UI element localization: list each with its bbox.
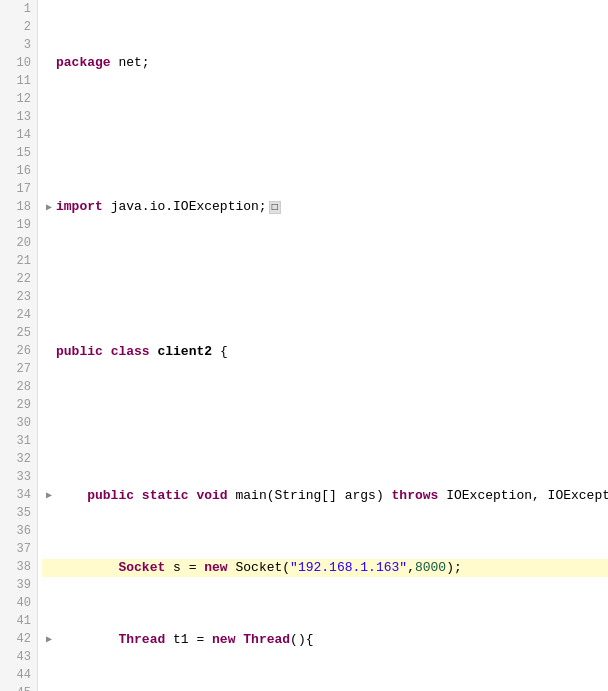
fold-10[interactable] — [42, 273, 56, 287]
ln-26: 26 — [6, 342, 31, 360]
ln-15: 15 — [6, 144, 31, 162]
ln-21: 21 — [6, 252, 31, 270]
ln-29: 29 — [6, 396, 31, 414]
fold-13[interactable]: ▶ — [42, 489, 56, 503]
ln-34: 34 — [6, 486, 31, 504]
ln-3: 3 — [6, 36, 31, 54]
line-numbers-gutter: 1 2 3 10 11 12 13 14 15 16 17 18 19 20 2… — [0, 0, 38, 691]
fold-14[interactable] — [42, 561, 56, 575]
fold-15[interactable]: ▶ — [42, 633, 56, 647]
fold-11[interactable] — [42, 345, 56, 359]
code-line-13: ▶ public static void main(String[] args)… — [42, 487, 608, 505]
ln-17: 17 — [6, 180, 31, 198]
ln-31: 31 — [6, 432, 31, 450]
code-text-12 — [56, 415, 608, 433]
ln-42: 42 — [6, 630, 31, 648]
ln-32: 32 — [6, 450, 31, 468]
fold-2[interactable] — [42, 128, 56, 142]
ln-12: 12 — [6, 90, 31, 108]
ln-33: 33 — [6, 468, 31, 486]
ln-22: 22 — [6, 270, 31, 288]
code-editor: 1 2 3 10 11 12 13 14 15 16 17 18 19 20 2… — [0, 0, 608, 691]
code-line-14: Socket s = new Socket("192.168.1.163",80… — [42, 559, 608, 577]
ln-40: 40 — [6, 594, 31, 612]
ln-19: 19 — [6, 216, 31, 234]
ln-18: 18 — [6, 198, 31, 216]
code-text-14: Socket s = new Socket("192.168.1.163",80… — [56, 559, 608, 577]
ln-38: 38 — [6, 558, 31, 576]
ln-27: 27 — [6, 360, 31, 378]
fold-1[interactable] — [42, 56, 56, 70]
fold-12[interactable] — [42, 417, 56, 431]
ln-35: 35 — [6, 504, 31, 522]
code-line-2 — [42, 126, 608, 144]
ln-28: 28 — [6, 378, 31, 396]
code-line-1: package net; — [42, 54, 608, 72]
ln-20: 20 — [6, 234, 31, 252]
code-text-13: public static void main(String[] args) t… — [56, 487, 608, 505]
ln-30: 30 — [6, 414, 31, 432]
ln-16: 16 — [6, 162, 31, 180]
ln-23: 23 — [6, 288, 31, 306]
ln-13: 13 — [6, 108, 31, 126]
code-line-11: public class client2 { — [42, 343, 608, 361]
ln-36: 36 — [6, 522, 31, 540]
ln-43: 43 — [6, 648, 31, 666]
ln-39: 39 — [6, 576, 31, 594]
ln-25: 25 — [6, 324, 31, 342]
ln-45: 45 — [6, 684, 31, 691]
code-text-1: package net; — [56, 54, 608, 72]
code-line-12 — [42, 415, 608, 433]
code-line-10 — [42, 271, 608, 289]
code-line-15: ▶ Thread t1 = new Thread(){ — [42, 631, 608, 649]
code-text-2 — [56, 126, 608, 144]
code-text-11: public class client2 { — [56, 343, 608, 361]
ln-10: 10 — [6, 54, 31, 72]
ln-24: 24 — [6, 306, 31, 324]
code-text-3: import java.io.IOException;□ — [56, 198, 608, 217]
code-text-10 — [56, 271, 608, 289]
code-text-15: Thread t1 = new Thread(){ — [56, 631, 608, 649]
code-text-area[interactable]: package net; ▶ import java.io.IOExceptio… — [38, 0, 608, 691]
ln-14: 14 — [6, 126, 31, 144]
ln-37: 37 — [6, 540, 31, 558]
fold-3[interactable]: ▶ — [42, 201, 56, 215]
code-line-3: ▶ import java.io.IOException;□ — [42, 198, 608, 217]
ln-1: 1 — [6, 0, 31, 18]
ln-11: 11 — [6, 72, 31, 90]
ln-2: 2 — [6, 18, 31, 36]
ln-41: 41 — [6, 612, 31, 630]
ln-44: 44 — [6, 666, 31, 684]
